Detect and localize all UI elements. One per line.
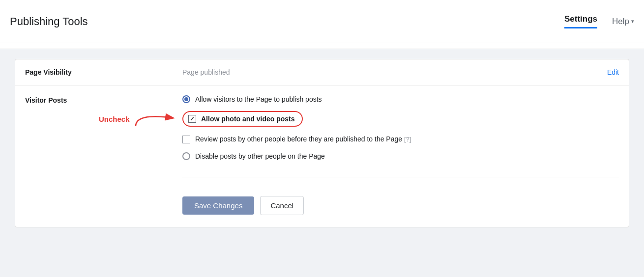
allow-visitors-radio[interactable] [182, 95, 190, 103]
settings-card: Page Visibility Page published Edit Visi… [15, 59, 629, 227]
visitor-posts-options: Allow visitors to the Page to publish po… [182, 95, 619, 186]
save-button[interactable]: Save Changes [182, 196, 254, 215]
header-nav: Settings Help ▾ [564, 14, 634, 28]
allow-visitors-option[interactable]: Allow visitors to the Page to publish po… [182, 95, 619, 103]
actions-row: Save Changes Cancel [15, 191, 629, 227]
disable-posts-label: Disable posts by other people on the Pag… [195, 152, 325, 160]
allow-photo-video-checkbox-highlight[interactable]: Allow photo and video posts [182, 111, 303, 127]
review-posts-label: Review posts by other people before they… [195, 135, 411, 144]
arrow-icon [133, 109, 180, 129]
review-posts-option[interactable]: Review posts by other people before they… [182, 135, 619, 144]
page-visibility-label: Page Visibility [25, 68, 182, 76]
review-posts-help[interactable]: [?] [404, 136, 411, 143]
allow-photo-video-label: Allow photo and video posts [201, 115, 295, 123]
disable-posts-option[interactable]: Disable posts by other people on the Pag… [182, 152, 619, 160]
main-content: Page Visibility Page published Edit Visi… [0, 49, 644, 237]
visitor-posts-row: Visitor Posts Allow visitors to the Page… [15, 85, 629, 191]
uncheck-annotation: Uncheck [99, 115, 130, 123]
nav-help-arrow-icon: ▾ [631, 18, 634, 25]
options-divider [182, 177, 619, 177]
page-visibility-value: Page published [182, 68, 607, 76]
nav-help[interactable]: Help ▾ [612, 17, 634, 27]
allow-photo-video-wrapper: Uncheck Allow photo and video pos [182, 111, 619, 127]
nav-help-label: Help [612, 17, 629, 27]
edit-link[interactable]: Edit [607, 68, 619, 76]
allow-photo-video-checkbox[interactable] [188, 115, 196, 123]
disable-posts-radio[interactable] [182, 152, 190, 160]
page-visibility-row: Page Visibility Page published Edit [15, 59, 629, 85]
subheader-bar [0, 43, 644, 49]
annotation-group: Uncheck [99, 115, 130, 123]
allow-visitors-label: Allow visitors to the Page to publish po… [195, 95, 322, 103]
nav-settings[interactable]: Settings [564, 14, 597, 28]
header: Publishing Tools Settings Help ▾ [0, 0, 644, 43]
review-posts-checkbox[interactable] [182, 136, 190, 143]
publishing-tools-title: Publishing Tools [10, 15, 88, 28]
cancel-button[interactable]: Cancel [260, 196, 304, 215]
